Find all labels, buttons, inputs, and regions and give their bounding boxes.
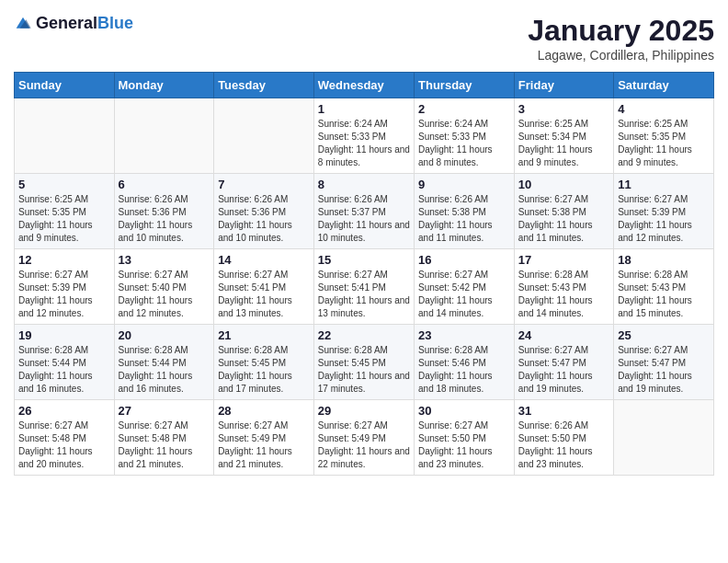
logo-general: General bbox=[36, 14, 97, 32]
calendar-cell: 18Sunrise: 6:28 AMSunset: 5:43 PMDayligh… bbox=[614, 249, 714, 325]
day-info: Sunrise: 6:25 AMSunset: 5:35 PMDaylight:… bbox=[618, 118, 710, 169]
logo-text: GeneralBlue bbox=[36, 14, 133, 33]
day-info: Sunrise: 6:25 AMSunset: 5:34 PMDaylight:… bbox=[518, 118, 609, 169]
calendar-cell: 3Sunrise: 6:25 AMSunset: 5:34 PMDaylight… bbox=[514, 98, 613, 174]
calendar-cell: 29Sunrise: 6:27 AMSunset: 5:49 PMDayligh… bbox=[313, 400, 414, 476]
weekday-header: Saturday bbox=[614, 73, 714, 98]
day-info: Sunrise: 6:28 AMSunset: 5:46 PMDaylight:… bbox=[418, 344, 510, 396]
day-info: Sunrise: 6:28 AMSunset: 5:44 PMDaylight:… bbox=[119, 344, 210, 396]
day-info: Sunrise: 6:28 AMSunset: 5:45 PMDaylight:… bbox=[318, 344, 410, 396]
day-number: 20 bbox=[119, 328, 210, 342]
calendar-cell: 5Sunrise: 6:25 AMSunset: 5:35 PMDaylight… bbox=[15, 174, 115, 249]
calendar-cell: 14Sunrise: 6:27 AMSunset: 5:41 PMDayligh… bbox=[214, 249, 314, 325]
day-info: Sunrise: 6:26 AMSunset: 5:50 PMDaylight:… bbox=[518, 419, 609, 471]
day-number: 5 bbox=[18, 178, 110, 191]
calendar-week-row: 1Sunrise: 6:24 AMSunset: 5:33 PMDaylight… bbox=[15, 98, 714, 174]
day-info: Sunrise: 6:24 AMSunset: 5:33 PMDaylight:… bbox=[418, 118, 510, 169]
month-title: January 2025 bbox=[528, 14, 714, 48]
day-info: Sunrise: 6:26 AMSunset: 5:36 PMDaylight:… bbox=[119, 193, 210, 245]
day-info: Sunrise: 6:28 AMSunset: 5:43 PMDaylight:… bbox=[518, 269, 609, 320]
day-number: 10 bbox=[518, 178, 609, 191]
calendar-cell: 26Sunrise: 6:27 AMSunset: 5:48 PMDayligh… bbox=[15, 400, 115, 476]
day-number: 22 bbox=[318, 328, 410, 342]
calendar-cell: 7Sunrise: 6:26 AMSunset: 5:36 PMDaylight… bbox=[214, 174, 314, 249]
day-number: 27 bbox=[119, 404, 210, 418]
calendar-cell: 1Sunrise: 6:24 AMSunset: 5:33 PMDaylight… bbox=[313, 98, 414, 174]
day-info: Sunrise: 6:27 AMSunset: 5:49 PMDaylight:… bbox=[318, 419, 410, 471]
day-info: Sunrise: 6:27 AMSunset: 5:49 PMDaylight:… bbox=[218, 419, 310, 471]
calendar-cell: 24Sunrise: 6:27 AMSunset: 5:47 PMDayligh… bbox=[514, 325, 613, 400]
day-number: 8 bbox=[318, 178, 410, 191]
weekday-header: Sunday bbox=[15, 73, 115, 98]
day-number: 16 bbox=[418, 253, 510, 267]
weekday-header: Friday bbox=[514, 73, 613, 98]
calendar-cell: 27Sunrise: 6:27 AMSunset: 5:48 PMDayligh… bbox=[114, 400, 214, 476]
day-info: Sunrise: 6:27 AMSunset: 5:48 PMDaylight:… bbox=[119, 419, 210, 471]
calendar-cell: 21Sunrise: 6:28 AMSunset: 5:45 PMDayligh… bbox=[214, 325, 314, 400]
day-number: 15 bbox=[318, 253, 410, 267]
calendar-cell: 2Sunrise: 6:24 AMSunset: 5:33 PMDaylight… bbox=[415, 98, 515, 174]
day-number: 14 bbox=[218, 253, 310, 267]
day-number: 29 bbox=[318, 404, 410, 418]
calendar-cell: 10Sunrise: 6:27 AMSunset: 5:38 PMDayligh… bbox=[514, 174, 613, 249]
calendar-cell bbox=[214, 98, 314, 174]
day-number: 23 bbox=[418, 328, 510, 342]
calendar-cell: 13Sunrise: 6:27 AMSunset: 5:40 PMDayligh… bbox=[114, 249, 214, 325]
day-info: Sunrise: 6:27 AMSunset: 5:50 PMDaylight:… bbox=[418, 419, 510, 471]
day-info: Sunrise: 6:26 AMSunset: 5:38 PMDaylight:… bbox=[418, 193, 510, 245]
calendar-cell: 28Sunrise: 6:27 AMSunset: 5:49 PMDayligh… bbox=[214, 400, 314, 476]
calendar-cell bbox=[15, 98, 115, 174]
day-number: 31 bbox=[518, 404, 609, 418]
logo-blue: Blue bbox=[97, 14, 133, 32]
calendar-cell: 12Sunrise: 6:27 AMSunset: 5:39 PMDayligh… bbox=[15, 249, 115, 325]
calendar-week-row: 12Sunrise: 6:27 AMSunset: 5:39 PMDayligh… bbox=[15, 249, 714, 325]
calendar-cell: 8Sunrise: 6:26 AMSunset: 5:37 PMDaylight… bbox=[313, 174, 414, 249]
day-number: 13 bbox=[119, 253, 210, 267]
page-header: GeneralBlue January 2025 Lagawe, Cordill… bbox=[14, 14, 714, 63]
calendar-cell: 17Sunrise: 6:28 AMSunset: 5:43 PMDayligh… bbox=[514, 249, 613, 325]
calendar-cell: 9Sunrise: 6:26 AMSunset: 5:38 PMDaylight… bbox=[415, 174, 515, 249]
day-number: 3 bbox=[518, 102, 609, 116]
weekday-header: Thursday bbox=[415, 73, 515, 98]
day-number: 24 bbox=[518, 328, 609, 342]
day-number: 6 bbox=[119, 178, 210, 191]
day-info: Sunrise: 6:27 AMSunset: 5:47 PMDaylight:… bbox=[618, 344, 710, 396]
calendar-cell: 22Sunrise: 6:28 AMSunset: 5:45 PMDayligh… bbox=[313, 325, 414, 400]
weekday-header: Wednesday bbox=[313, 73, 414, 98]
day-info: Sunrise: 6:24 AMSunset: 5:33 PMDaylight:… bbox=[318, 118, 410, 169]
location: Lagawe, Cordillera, Philippines bbox=[528, 48, 714, 63]
calendar-cell: 19Sunrise: 6:28 AMSunset: 5:44 PMDayligh… bbox=[15, 325, 115, 400]
day-number: 7 bbox=[218, 178, 310, 191]
logo: GeneralBlue bbox=[14, 14, 133, 33]
day-info: Sunrise: 6:26 AMSunset: 5:36 PMDaylight:… bbox=[218, 193, 310, 245]
day-info: Sunrise: 6:27 AMSunset: 5:39 PMDaylight:… bbox=[618, 193, 710, 245]
day-number: 17 bbox=[518, 253, 609, 267]
weekday-header: Tuesday bbox=[214, 73, 314, 98]
calendar-cell: 25Sunrise: 6:27 AMSunset: 5:47 PMDayligh… bbox=[614, 325, 714, 400]
day-number: 12 bbox=[18, 253, 110, 267]
day-number: 28 bbox=[218, 404, 310, 418]
calendar-week-row: 5Sunrise: 6:25 AMSunset: 5:35 PMDaylight… bbox=[15, 174, 714, 249]
day-number: 11 bbox=[618, 178, 710, 191]
weekday-header: Monday bbox=[114, 73, 214, 98]
calendar-table: SundayMondayTuesdayWednesdayThursdayFrid… bbox=[14, 72, 714, 476]
calendar-cell: 4Sunrise: 6:25 AMSunset: 5:35 PMDaylight… bbox=[614, 98, 714, 174]
day-info: Sunrise: 6:27 AMSunset: 5:48 PMDaylight:… bbox=[18, 419, 110, 471]
title-section: January 2025 Lagawe, Cordillera, Philipp… bbox=[528, 14, 714, 63]
logo-icon bbox=[14, 15, 32, 33]
calendar-cell: 11Sunrise: 6:27 AMSunset: 5:39 PMDayligh… bbox=[614, 174, 714, 249]
day-info: Sunrise: 6:28 AMSunset: 5:43 PMDaylight:… bbox=[618, 269, 710, 320]
day-info: Sunrise: 6:28 AMSunset: 5:44 PMDaylight:… bbox=[18, 344, 110, 396]
day-info: Sunrise: 6:27 AMSunset: 5:41 PMDaylight:… bbox=[318, 269, 410, 320]
day-number: 21 bbox=[218, 328, 310, 342]
day-info: Sunrise: 6:26 AMSunset: 5:37 PMDaylight:… bbox=[318, 193, 410, 245]
day-info: Sunrise: 6:27 AMSunset: 5:41 PMDaylight:… bbox=[218, 269, 310, 320]
day-number: 18 bbox=[618, 253, 710, 267]
calendar-cell: 15Sunrise: 6:27 AMSunset: 5:41 PMDayligh… bbox=[313, 249, 414, 325]
day-info: Sunrise: 6:25 AMSunset: 5:35 PMDaylight:… bbox=[18, 193, 110, 245]
calendar-week-row: 26Sunrise: 6:27 AMSunset: 5:48 PMDayligh… bbox=[15, 400, 714, 476]
weekday-header-row: SundayMondayTuesdayWednesdayThursdayFrid… bbox=[15, 73, 714, 98]
day-number: 1 bbox=[318, 102, 410, 116]
calendar-week-row: 19Sunrise: 6:28 AMSunset: 5:44 PMDayligh… bbox=[15, 325, 714, 400]
day-info: Sunrise: 6:27 AMSunset: 5:47 PMDaylight:… bbox=[518, 344, 609, 396]
